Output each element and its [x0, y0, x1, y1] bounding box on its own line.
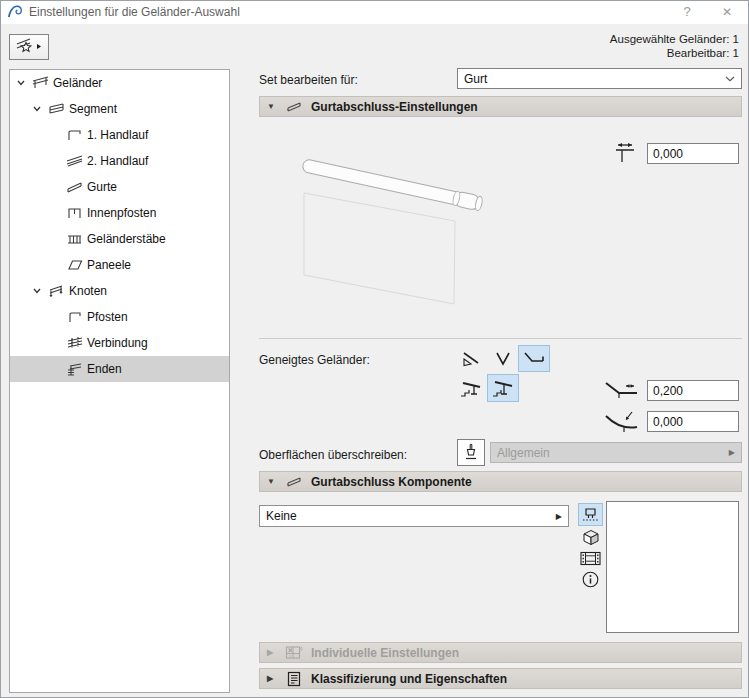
info-icon	[582, 571, 599, 588]
edit-set-value: Gurt	[464, 72, 725, 86]
divider	[259, 338, 742, 339]
tree-item-label: Segment	[69, 102, 117, 116]
tree-item-paneele[interactable]: Paneele	[10, 252, 229, 278]
chevron-down-icon[interactable]	[29, 288, 44, 294]
popup-arrow-icon: ▶	[556, 512, 562, 521]
tree-item-label: Knoten	[69, 284, 107, 298]
railing-icon	[28, 76, 53, 90]
help-button[interactable]: ?	[670, 1, 704, 24]
preview-2d-symbol-button[interactable]	[578, 503, 603, 526]
sloped-option-horizontal-button[interactable]	[518, 345, 550, 372]
tree-item-segment[interactable]: Segment	[10, 96, 229, 122]
preview-info-button[interactable]	[581, 570, 600, 589]
vertical-post-icon	[491, 377, 515, 399]
section-classification[interactable]: ▶ Klassifizierung und Eigenschaften	[259, 668, 742, 689]
component-preview-box	[606, 501, 739, 633]
chevron-down-icon[interactable]	[13, 80, 28, 86]
tree-item-label: Pfosten	[87, 310, 128, 324]
section-end-component[interactable]: ▼ Gurtabschluss Komponente	[259, 471, 742, 492]
custom-settings-icon	[281, 645, 307, 661]
tree-item-verbindung[interactable]: Verbindung	[10, 330, 229, 356]
window-title: Einstellungen für die Geländer-Auswahl	[29, 5, 240, 19]
edit-set-dropdown[interactable]: Gurt	[457, 68, 742, 89]
popup-arrow-icon: ▶	[729, 448, 735, 457]
triangle-collapsed-icon: ▶	[267, 674, 281, 683]
tree-item-label: Enden	[87, 362, 122, 376]
triangle-collapsed-icon: ▶	[267, 648, 281, 657]
extension-length-icon	[603, 377, 641, 403]
cube-3d-icon	[582, 529, 600, 546]
railing-structure-tree: Geländer Segment 1. Handlauf 2. Handlauf…	[9, 69, 230, 693]
tree-item-gelaenderstaebe[interactable]: Geländerstäbe	[10, 226, 229, 252]
paintbrush-icon	[463, 443, 479, 462]
section-title: Klassifizierung und Eigenschaften	[311, 672, 507, 686]
tree-item-label: 1. Handlauf	[87, 128, 148, 142]
connection-icon	[62, 336, 87, 350]
tree-item-knoten[interactable]: Knoten	[10, 278, 229, 304]
preview-animation-button[interactable]	[579, 549, 602, 567]
surface-value: Allgemein	[497, 446, 729, 460]
editable-count: Bearbeitbar: 1	[610, 46, 739, 60]
chevron-down-icon[interactable]	[29, 106, 44, 112]
tree-item-label: Verbindung	[87, 336, 148, 350]
corner-radius-icon	[603, 408, 641, 434]
tree-item-innenpfosten[interactable]: Innenpfosten	[10, 200, 229, 226]
section-title: Gurtabschluss Komponente	[311, 475, 472, 489]
tree-item-enden[interactable]: Enden	[10, 356, 229, 382]
tree-item-label: Geländer	[53, 76, 102, 90]
handrail-2-icon	[62, 154, 87, 168]
sloped-option-vertical-button[interactable]	[488, 346, 518, 372]
tree-item-label: 2. Handlauf	[87, 154, 148, 168]
sloped-post-icon	[459, 377, 483, 399]
tree-item-pfosten[interactable]: Pfosten	[10, 304, 229, 330]
handrail-1-icon	[62, 128, 87, 142]
surface-override-label: Oberflächen überschreiben:	[259, 448, 407, 462]
section-custom-settings: ▶ Individuelle Einstellungen	[259, 642, 742, 663]
edit-set-label: Set bearbeiten für:	[259, 73, 358, 87]
sloped-vertical-icon	[494, 350, 512, 368]
titlebar: Einstellungen für die Geländer-Auswahl ?…	[1, 1, 748, 24]
railing-settings-dialog: Einstellungen für die Geländer-Auswahl ?…	[0, 0, 749, 698]
sloped-railing-label: Geneigtes Geländer:	[259, 353, 370, 367]
rail-icon	[62, 180, 87, 194]
panel-icon	[62, 258, 87, 272]
balusters-icon	[62, 232, 87, 246]
preview-3d-button[interactable]	[580, 528, 601, 547]
triangle-expanded-icon: ▼	[267, 477, 281, 486]
connection-option-vertical-post-button[interactable]	[487, 374, 519, 402]
component-dropdown[interactable]: Keine ▶	[259, 505, 569, 527]
section-title: Individuelle Einstellungen	[311, 646, 459, 660]
segment-icon	[44, 102, 69, 116]
tree-item-label: Geländerstäbe	[87, 232, 166, 246]
sloped-option-ramp-button[interactable]	[456, 346, 486, 372]
section-end-settings[interactable]: ▼ Gurtabschluss-Einstellungen	[259, 96, 742, 117]
triangle-expanded-icon: ▼	[267, 102, 281, 111]
symbol-2d-icon	[581, 506, 600, 523]
corner-radius-input[interactable]	[647, 411, 739, 432]
classification-document-icon	[281, 671, 307, 687]
tree-item-gurte[interactable]: Gurte	[10, 174, 229, 200]
rail-end-icon	[281, 100, 307, 113]
rail-end-icon	[281, 475, 307, 488]
end-offset-icon	[611, 140, 639, 166]
selection-summary: Ausgewählte Geländer: 1 Bearbeitbar: 1	[610, 32, 739, 60]
close-button[interactable]: ✕	[710, 1, 744, 24]
tree-item-1-handlauf[interactable]: 1. Handlauf	[10, 122, 229, 148]
tree-item-gelaender[interactable]: Geländer	[10, 70, 229, 96]
surface-override-toggle-button[interactable]	[457, 439, 485, 466]
filmstrip-icon	[580, 551, 601, 566]
chevron-down-icon	[725, 76, 735, 82]
selected-count: Ausgewählte Geländer: 1	[610, 32, 739, 46]
favorites-button[interactable]	[9, 34, 49, 60]
surface-dropdown: Allgemein ▶	[490, 442, 742, 463]
extension-length-input[interactable]	[647, 380, 739, 401]
sloped-ramp-icon	[460, 350, 482, 368]
end-offset-input[interactable]	[647, 143, 739, 164]
tree-item-label: Innenpfosten	[87, 206, 156, 220]
tree-item-label: Gurte	[87, 180, 117, 194]
section-title: Gurtabschluss-Einstellungen	[311, 100, 478, 114]
tree-item-label: Paneele	[87, 258, 131, 272]
tree-item-2-handlauf[interactable]: 2. Handlauf	[10, 148, 229, 174]
connection-option-sloped-post-button[interactable]	[456, 375, 486, 401]
archicad-logo-icon	[7, 4, 23, 20]
